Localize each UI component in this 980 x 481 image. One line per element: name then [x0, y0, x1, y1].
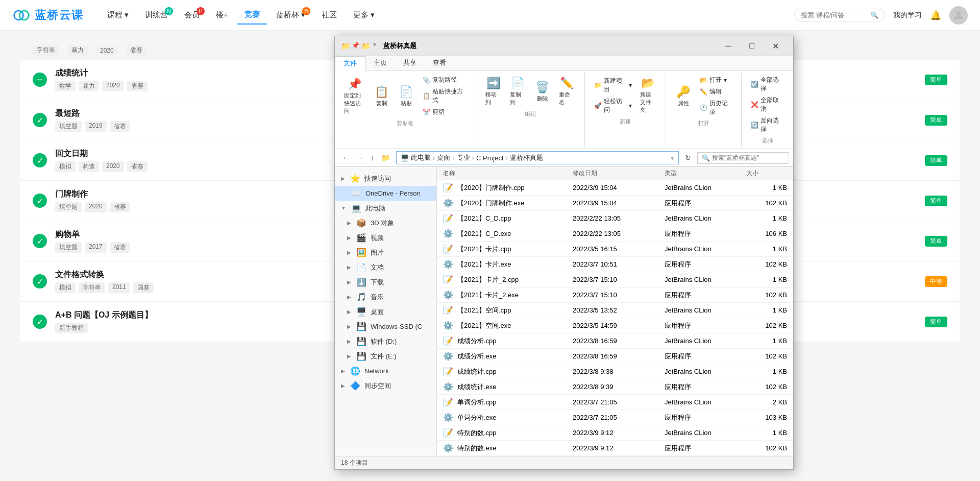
avatar[interactable] [949, 6, 968, 25]
path-cproject[interactable]: C Project [476, 154, 503, 162]
nav-item-more[interactable]: 更多 ▾ [346, 6, 382, 24]
path-current[interactable]: 蓝桥杯真题 [510, 153, 543, 162]
file-icon: 📝 [443, 397, 453, 407]
fe-btn-edit[interactable]: ✏️ 编辑 [697, 86, 735, 97]
table-row[interactable]: 📝 特别的数.cpp 2022/3/9 9:12 JetBrains CLion… [437, 425, 793, 441]
table-row[interactable]: ⚙️ 特别的数.exe 2022/3/9 9:12 应用程序 102 KB [437, 441, 793, 456]
sidebar-item-music[interactable]: ▶ 🎵 音乐 [335, 290, 436, 304]
fe-btn-selectall[interactable]: ☑️ 全部选择 [748, 75, 787, 94]
nav-right: 🔍 我的学习 🔔 [794, 6, 968, 25]
nav-item-member[interactable]: 会员 H [177, 6, 207, 24]
fe-search-box[interactable]: 🔍 [697, 152, 789, 164]
logo-area[interactable]: 蓝桥云课 [12, 6, 84, 25]
tab-view[interactable]: 查看 [425, 56, 454, 70]
table-row[interactable]: 📝 【2021】C_D.cpp 2022/2/22 13:05 JetBrain… [437, 211, 793, 226]
fe-btn-open[interactable]: 📂 打开 ▾ [697, 75, 735, 85]
fe-btn-cut[interactable]: ✂️ 剪切 [420, 107, 470, 117]
fe-btn-copy-label: 复制 [376, 100, 387, 107]
invertselect-icon: 🔄 [751, 122, 758, 129]
table-row[interactable]: ⚙️ 单词分析.exe 2022/3/7 21:05 应用程序 103 KB [437, 410, 793, 425]
table-row[interactable]: ⚙️ 【2021】空间.exe 2022/3/5 14:59 应用程序 102 … [437, 318, 793, 333]
nav-item-tower[interactable]: 楼+ [209, 6, 235, 24]
fe-btn-properties[interactable]: 🔑 属性 [672, 83, 695, 109]
fe-refresh-btn[interactable]: ↻ [682, 153, 694, 163]
fe-back-btn[interactable]: ← [339, 153, 352, 163]
nav-item-competition[interactable]: 竞赛 [237, 6, 267, 25]
search-input[interactable] [801, 11, 867, 19]
file-icon: ⚙️ [443, 413, 453, 422]
sidebar-item-quickaccess[interactable]: ▶ ⭐ 快速访问 [335, 171, 436, 186]
sidebar-item-pictures[interactable]: ▶ 🖼️ 图片 [335, 245, 436, 260]
nav-item-community[interactable]: 社区 [314, 6, 344, 24]
sidebar-item-onedrive[interactable]: ☁️ OneDrive - Person [335, 186, 436, 201]
fe-up-btn[interactable]: ↑ [368, 153, 377, 163]
fe-minimize-btn[interactable]: ─ [717, 39, 740, 53]
sidebar-item-desktop[interactable]: ▶ 🖥️ 桌面 [335, 304, 436, 319]
fe-btn-newproject[interactable]: 📁 新建项目 ▾ [591, 76, 635, 95]
table-row[interactable]: 📝 【2020】门牌制作.cpp 2022/3/9 15:04 JetBrain… [437, 180, 793, 196]
copy-icon: 📋 [375, 85, 388, 99]
table-row[interactable]: 📝 成绩统计.cpp 2022/3/8 9:38 JetBrains CLion… [437, 364, 793, 379]
sidebar-item-3dobj[interactable]: ▶ 📦 3D 对象 [335, 215, 436, 230]
fe-btn-pin[interactable]: 📌 固定到快速访问 [341, 76, 369, 117]
table-row[interactable]: ⚙️ 【2020】门牌制作.exe 2022/3/9 15:04 应用程序 10… [437, 196, 793, 211]
fe-btn-copy[interactable]: 📋 复制 [371, 83, 393, 109]
sidebar-item-downloads[interactable]: ▶ ⬇️ 下载 [335, 275, 436, 290]
table-row[interactable]: ⚙️ 【2021】卡片_2.exe 2022/3/7 15:10 应用程序 10… [437, 287, 793, 303]
fe-search-input[interactable] [712, 154, 773, 161]
folder-icon: 📁 [341, 42, 350, 50]
sidebar-item-filee[interactable]: ▶ 💾 文件 (E:) [335, 349, 436, 364]
fe-path-bar[interactable]: 🖥️ 此电脑 › 桌面 › 专业 › C Project › 蓝桥杯真题 ▾ [396, 151, 679, 164]
file-icon: 📝 [443, 305, 453, 315]
tab-home[interactable]: 主页 [365, 56, 395, 70]
path-pc[interactable]: 此电脑 [411, 153, 431, 162]
fe-forward-btn[interactable]: → [353, 153, 366, 163]
fe-btn-pasteshortcut[interactable]: 📋 粘贴快捷方式 [420, 86, 470, 106]
path-desktop[interactable]: 桌面 [437, 153, 450, 162]
table-row[interactable]: 📝 【2021】空间.cpp 2022/3/5 13:52 JetBrains … [437, 303, 793, 318]
fe-file-name: ⚙️ 【2021】卡片_2.exe [443, 290, 573, 300]
table-row[interactable]: 📝 单词分析.cpp 2022/3/7 21:05 JetBrains CLio… [437, 395, 793, 410]
fe-close-btn[interactable]: ✕ [764, 39, 787, 53]
sidebar-item-network[interactable]: ▶ 🌐 Network [335, 364, 436, 378]
table-row[interactable]: ⚙️ 【2021】C_D.exe 2022/2/22 13:05 应用程序 10… [437, 226, 793, 242]
fe-btn-invertselect[interactable]: 🔄 反向选择 [748, 115, 787, 135]
fe-maximize-btn[interactable]: □ [740, 39, 764, 53]
newproject-arrow: ▾ [629, 82, 632, 89]
fe-folder-btn[interactable]: 📁 [378, 153, 393, 163]
sidebar-item-thispc[interactable]: ▼ 💻 此电脑 [335, 201, 436, 215]
bell-icon[interactable]: 🔔 [930, 10, 941, 21]
fe-btn-history[interactable]: 🕐 历史记录 [697, 98, 735, 117]
fe-btn-rename[interactable]: ✏️ 重命名 [556, 75, 578, 108]
sidebar-item-video[interactable]: ▶ 🎬 视频 [335, 230, 436, 245]
table-row[interactable]: ⚙️ 成绩统计.exe 2022/3/8 9:39 应用程序 102 KB [437, 379, 793, 395]
search-icon[interactable]: 🔍 [870, 11, 878, 19]
path-dropdown[interactable]: ▾ [671, 154, 674, 162]
nav-item-training[interactable]: 训练营 N [138, 6, 175, 24]
sidebar-item-ssd[interactable]: ▶ 💾 Windows-SSD (C [335, 319, 436, 334]
sidebar-item-softd[interactable]: ▶ 💾 软件 (D:) [335, 334, 436, 349]
fe-btn-moveto[interactable]: ➡️ 移动到 [482, 75, 505, 108]
tab-share[interactable]: 共享 [395, 56, 425, 70]
table-row[interactable]: ⚙️ 成绩分析.exe 2022/3/8 16:59 应用程序 102 KB [437, 349, 793, 364]
table-row[interactable]: ⚙️ 【2021】卡片.exe 2022/3/7 10:51 应用程序 102 … [437, 257, 793, 272]
fe-btn-delete[interactable]: 🗑️ 删除 [531, 79, 554, 105]
sidebar-item-syncspace[interactable]: ▶ 🔷 同步空间 [335, 378, 436, 393]
fe-btn-newfolder[interactable]: 📂 新建文件夹 [637, 75, 659, 116]
fe-btn-copyto[interactable]: 📄 复制到 [507, 75, 529, 108]
table-row[interactable]: 📝 【2021】卡片_2.cpp 2022/3/7 15:10 JetBrain… [437, 272, 793, 287]
table-row[interactable]: 📝 【2021】卡片.cpp 2022/3/5 16:15 JetBrains … [437, 242, 793, 257]
fe-btn-paste[interactable]: 📄 粘贴 [395, 83, 418, 109]
my-study-link[interactable]: 我的学习 [893, 11, 922, 20]
sidebar-item-docs[interactable]: ▶ 📄 文档 [335, 260, 436, 275]
fe-btn-copypath[interactable]: 📎 复制路径 [420, 75, 470, 85]
fe-btn-deselectall[interactable]: ❌ 全部取消 [748, 95, 787, 114]
path-pro[interactable]: 专业 [457, 153, 470, 162]
nav-item-course[interactable]: 课程 ▾ [100, 6, 136, 24]
nav-item-lanqiao[interactable]: 蓝桥杯 ▾ 热 [269, 6, 312, 24]
expand-icon: ▶ [347, 250, 351, 255]
fe-btn-easyaccess[interactable]: 🚀 轻松访问 ▾ [591, 96, 635, 115]
search-box[interactable]: 🔍 [794, 9, 885, 21]
tab-file[interactable]: 文件 [335, 56, 365, 70]
table-row[interactable]: 📝 成绩分析.cpp 2022/3/8 16:59 JetBrains CLio… [437, 333, 793, 349]
